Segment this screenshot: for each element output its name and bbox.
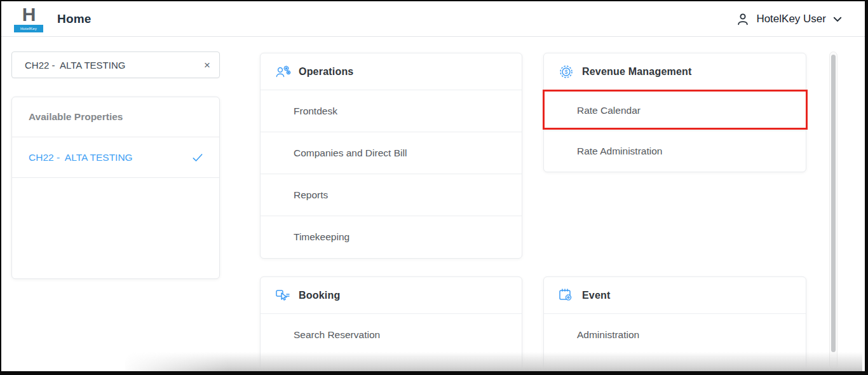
card-revenue-management: $ Revenue Management Rate Calendar Rate … (543, 53, 806, 172)
bottom-shadow (125, 352, 862, 371)
chevron-down-icon (832, 13, 843, 25)
booking-hand-click-icon (275, 287, 291, 304)
calendar-gear-icon (558, 287, 574, 304)
gear-dollar-icon: $ (558, 64, 574, 80)
menu-item-frontdesk[interactable]: Frontdesk (261, 90, 522, 132)
property-list-item[interactable]: CH22 - ALTA TESTING (12, 137, 219, 178)
available-properties-panel: Available Properties CH22 - ALTA TESTING (11, 97, 220, 279)
app-window: H HotelKey Home HotelKey User × (0, 0, 868, 375)
menu-item-timekeeping[interactable]: Timekeeping (261, 216, 522, 258)
menu-item-companies-and-direct-bill[interactable]: Companies and Direct Bill (261, 132, 522, 174)
menu-item-reports[interactable]: Reports (261, 174, 522, 216)
svg-text:$: $ (564, 69, 567, 75)
card-event-header: Event (544, 277, 806, 314)
menu-item-administration[interactable]: Administration (544, 314, 806, 356)
operations-person-gears-icon (275, 64, 291, 80)
vertical-scrollbar[interactable] (829, 51, 837, 369)
check-icon (191, 151, 204, 164)
card-title: Operations (299, 66, 353, 78)
hotelkey-logo[interactable]: H HotelKey (14, 4, 43, 34)
card-operations: Operations Frontdesk Companies and Direc… (260, 53, 522, 259)
scrollbar-thumb[interactable] (831, 55, 836, 352)
property-label: CH22 - ALTA TESTING (29, 152, 191, 163)
logo-caption: HotelKey (14, 25, 43, 32)
card-title: Booking (299, 290, 340, 301)
card-title: Revenue Management (582, 66, 692, 78)
menu-item-rate-administration[interactable]: Rate Administration (544, 131, 806, 172)
user-name: HotelKey User (756, 13, 826, 25)
main-content: × Available Properties CH22 - ALTA TESTI… (1, 37, 865, 371)
card-revenue-header: $ Revenue Management (544, 53, 806, 90)
top-bar: H HotelKey Home HotelKey User (1, 1, 865, 37)
card-booking-header: Booking (261, 277, 522, 314)
menu-item-rate-calendar[interactable]: Rate Calendar (544, 90, 806, 131)
logo-letter: H (22, 4, 36, 25)
user-icon (735, 11, 750, 27)
user-menu[interactable]: HotelKey User (735, 11, 843, 27)
menu-item-search-reservation[interactable]: Search Reservation (261, 314, 522, 356)
clear-search-icon[interactable]: × (195, 60, 219, 71)
property-search: × (11, 51, 220, 78)
page-title: Home (57, 12, 92, 26)
property-search-input[interactable] (12, 60, 195, 71)
card-title: Event (582, 290, 611, 301)
card-operations-header: Operations (261, 53, 522, 90)
available-properties-title: Available Properties (12, 97, 219, 137)
